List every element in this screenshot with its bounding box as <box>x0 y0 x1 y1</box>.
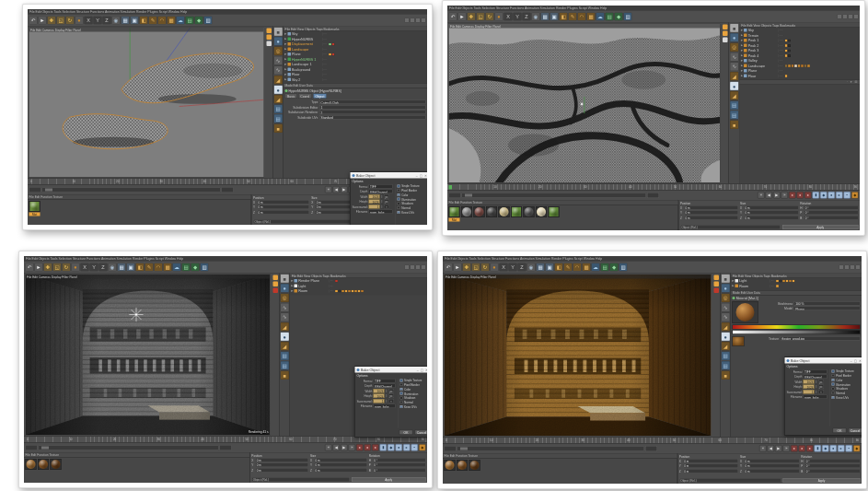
dialog-checkbox[interactable]: Keep UVs <box>399 405 427 409</box>
object-name[interactable]: Room <box>739 284 769 288</box>
expand-arrow-icon[interactable] <box>291 285 294 287</box>
object-name[interactable]: Valley <box>748 59 778 64</box>
move-icon[interactable]: ✚ <box>48 16 56 24</box>
scene-file-icon[interactable]: ▤ <box>273 105 283 114</box>
size-z-input[interactable]: 0 m <box>744 216 798 220</box>
scale-icon[interactable]: ◱ <box>472 263 480 271</box>
texture-tag[interactable] <box>788 44 791 47</box>
undo-icon[interactable]: ↶ <box>449 12 457 20</box>
stepper[interactable] <box>381 200 384 205</box>
stepper[interactable] <box>386 389 388 393</box>
width-input[interactable]: 1024 <box>804 380 815 384</box>
end-frame-field[interactable] <box>645 446 657 451</box>
scale-icon[interactable]: ◱ <box>57 16 65 24</box>
bend-tool-icon[interactable]: ∿ <box>280 313 289 322</box>
nurbs-icon[interactable]: ◠ <box>158 16 167 24</box>
lock-y-icon[interactable]: Y <box>94 16 102 24</box>
viewport-menu[interactable]: File Edit Cameras Display Filter Panel <box>449 24 721 29</box>
last-tool-icon[interactable]: ● <box>75 16 84 24</box>
window-controls-icon[interactable]: – ▢ ✕ <box>417 368 427 371</box>
key-scale-button[interactable]: ◆ <box>388 444 395 451</box>
texture-tag[interactable] <box>332 42 335 45</box>
dialog-checkbox[interactable]: Color <box>399 388 427 392</box>
pos-z-input[interactable]: 0 m <box>683 469 738 473</box>
size-x-input[interactable]: 0 m <box>744 205 798 210</box>
primitive-cube-icon[interactable]: ◧ <box>136 263 145 271</box>
object-name[interactable]: Sky <box>292 32 321 37</box>
render-view-icon[interactable]: ▦ <box>537 263 545 271</box>
object-name[interactable]: Peak 2 <box>748 43 778 48</box>
material-swatch[interactable] <box>536 206 547 222</box>
floor-icon[interactable]: ▤ <box>601 263 609 271</box>
lock-x-icon[interactable]: X <box>500 263 508 271</box>
visibility-dots[interactable] <box>322 63 328 65</box>
record-position-button[interactable]: ● <box>791 445 798 452</box>
play-button[interactable]: ▶ <box>341 186 348 193</box>
model-mode-button[interactable] <box>723 25 728 30</box>
texture-tag[interactable] <box>776 285 779 287</box>
texture-tag[interactable] <box>807 64 810 67</box>
visibility-dots[interactable] <box>779 75 784 77</box>
frame-field[interactable] <box>26 445 38 450</box>
scene-file-icon[interactable]: ▤ <box>721 352 730 361</box>
texture-mode-button[interactable] <box>713 288 719 294</box>
selected-tool-icon[interactable]: ● <box>721 333 730 342</box>
tab-coord[interactable]: Coord. <box>298 94 312 99</box>
material-swatch[interactable] <box>486 206 497 222</box>
expand-arrow-icon[interactable] <box>284 64 287 66</box>
color-spectrum-bar[interactable] <box>733 325 861 330</box>
pos-x-input[interactable]: 0 m <box>683 459 738 463</box>
object-name[interactable]: Terrain <box>748 33 778 38</box>
next-frame-button[interactable]: » <box>349 444 356 451</box>
array-icon[interactable]: ▩ <box>168 16 176 24</box>
coord-mode-dropdown[interactable]: Object (Rel.) <box>251 477 350 482</box>
filename-input[interactable]: room_bake <box>369 210 393 215</box>
depth-dropdown[interactable]: 8 Bit/Channel <box>804 375 827 380</box>
sphere-tool-icon[interactable]: ● <box>721 284 730 293</box>
apply-button[interactable]: Apply <box>783 478 861 483</box>
render-settings-icon[interactable]: ▣ <box>546 263 554 271</box>
dialog-checkbox[interactable]: Keep UVs <box>398 211 427 215</box>
rot-b-input[interactable]: 0 ° <box>804 469 860 473</box>
cancel-button[interactable]: Cancel <box>849 428 862 434</box>
pos-x-input[interactable]: 0 m <box>255 458 308 462</box>
spline-pen-icon[interactable]: ✎ <box>569 12 577 20</box>
material-swatch[interactable] <box>51 459 62 474</box>
timeline-ruler[interactable]: 0102030405060708090 <box>447 184 860 191</box>
model-mode-button[interactable] <box>713 275 719 281</box>
visibility-dots[interactable] <box>779 49 784 52</box>
object-name[interactable]: Render Plane <box>298 279 328 284</box>
render-view-icon[interactable]: ▦ <box>122 16 130 24</box>
key-position-button[interactable]: ▮ <box>813 192 820 199</box>
spring-tool-icon[interactable]: ∿ <box>280 303 289 312</box>
visibility-dots[interactable] <box>322 38 328 41</box>
bend-tool-icon[interactable]: ∿ <box>273 66 283 76</box>
last-tool-icon[interactable]: ● <box>72 263 80 271</box>
object-row[interactable]: Room <box>731 284 862 289</box>
content-browser-icon[interactable]: ▤ <box>730 111 739 120</box>
expand-arrow-icon[interactable] <box>741 75 744 77</box>
visibility-dots[interactable] <box>770 285 775 287</box>
camera-icon[interactable]: ◆ <box>191 263 200 271</box>
pos-y-input[interactable]: 0 m <box>684 211 738 216</box>
object-name[interactable]: Background <box>292 67 321 72</box>
size-z-input[interactable]: 0 m <box>744 469 799 473</box>
coord-system-icon[interactable]: ◉ <box>112 16 121 24</box>
key-rotation-button[interactable]: ● <box>830 445 838 452</box>
supersampling-input[interactable]: 1 <box>374 399 385 403</box>
lock-z-icon[interactable]: Z <box>99 263 108 271</box>
object-name[interactable]: Sky 2 <box>292 77 321 82</box>
content-browser-icon[interactable]: ▤ <box>721 361 730 370</box>
move-icon[interactable]: ✚ <box>44 263 52 271</box>
height-input[interactable]: 1024 <box>369 200 380 205</box>
key-parameter-button[interactable]: ▸ <box>838 445 845 452</box>
texture-mode-button[interactable] <box>723 38 728 43</box>
prev-frame-button[interactable]: ◀ <box>768 445 775 452</box>
spline-pen-icon[interactable]: ✎ <box>564 263 573 271</box>
visibility-dots[interactable] <box>322 32 328 35</box>
material-preview[interactable] <box>733 301 758 323</box>
key-rotation-button[interactable]: ● <box>828 192 836 199</box>
primitive-cube-icon[interactable]: ◧ <box>560 12 568 20</box>
camera-icon[interactable]: ◆ <box>615 12 623 20</box>
object-mode-button[interactable] <box>266 35 272 41</box>
